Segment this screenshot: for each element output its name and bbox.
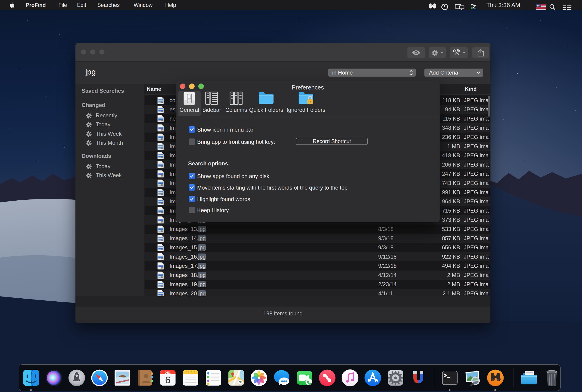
svg-text:3D: 3D — [239, 381, 242, 384]
svg-text:6: 6 — [165, 374, 170, 385]
svg-text:DEC: DEC — [165, 371, 171, 374]
